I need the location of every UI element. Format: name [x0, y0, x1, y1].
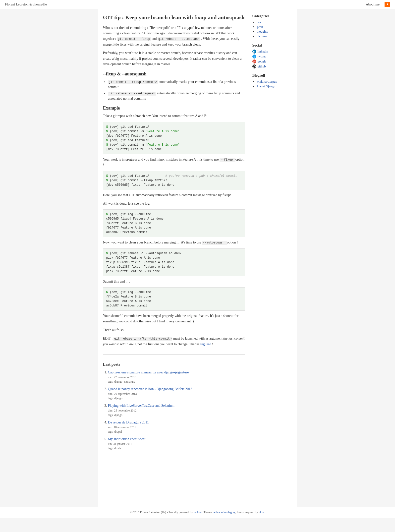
- social-title: Social: [252, 43, 292, 48]
- linkedin-link[interactable]: linkedin: [258, 50, 268, 54]
- post-tags: tags: drush: [108, 446, 245, 451]
- last-post-item: Quand le poney rencontre le lion - Djang…: [108, 386, 245, 401]
- now-text: Now, you want to clean your branch befor…: [103, 240, 245, 245]
- blogroll-title: Blogroll: [252, 73, 292, 78]
- category-item: geek: [257, 25, 292, 29]
- twitter-icon: t: [252, 55, 256, 59]
- category-link[interactable]: pictures: [257, 34, 267, 38]
- inline-autosquash: --autosquash: [202, 241, 227, 245]
- categories-title: Categories: [252, 14, 292, 18]
- post-date: lun. 31 janvier 2011: [108, 442, 245, 446]
- post-tags: tags: django-jsignature: [108, 379, 245, 384]
- rss-button[interactable]: ★: [385, 2, 390, 7]
- bullet-2: git rebase -i --autosquash automatically…: [108, 91, 245, 101]
- code-block-4: $ (dev) git rebase -i --autosquash ac5db…: [103, 248, 245, 276]
- example-intro: Take a git repos with a branch dev. You …: [103, 113, 245, 119]
- bullet-1: git commit --fixup <commit> automaticall…: [108, 79, 245, 90]
- work-progress-text: Your work is in progress and you find mi…: [103, 157, 245, 168]
- blogroll-link[interactable]: Planet Django: [257, 84, 275, 88]
- code-block-2: $ (dev) git add featureA # you've remove…: [103, 171, 245, 190]
- vkm-link[interactable]: vkm: [259, 511, 264, 514]
- social-item-linkedin: inlinkedin: [252, 50, 292, 54]
- google-link[interactable]: google: [258, 59, 266, 63]
- github-link[interactable]: github: [258, 64, 266, 68]
- twitter-link[interactable]: twitter: [258, 55, 266, 59]
- post-title-link[interactable]: Capturez une signature manuscrite avec d…: [108, 370, 189, 374]
- blogroll-item: Makina Corpus: [257, 80, 292, 84]
- footer: © 2013 Florent Lebreton (fle) - Proudly …: [0, 507, 395, 518]
- post-date: mer. 27 novembre 2013: [108, 375, 245, 379]
- last-post-item: My short drush cheat sheetlun. 31 janvie…: [108, 436, 245, 451]
- here-text: Here, you see that GIT automatically ret…: [103, 192, 245, 198]
- category-link[interactable]: geek: [257, 25, 263, 29]
- article-intro: Who is not tired of committing a "Remove…: [103, 25, 245, 48]
- last-post-item: De retour de Drupagora 2011ven. 18 novem…: [108, 420, 245, 434]
- category-link[interactable]: thoughts: [257, 30, 268, 33]
- categories-section: Categories devgeekthoughtspictures: [252, 14, 292, 38]
- folks-text: That's all folks !: [103, 327, 245, 333]
- article-title: GIT tip : Keep your branch clean with fi…: [103, 14, 245, 21]
- post-title-link[interactable]: My short drush cheat sheet: [108, 437, 146, 441]
- bullet1-code: git commit --fixup <commit>: [108, 80, 158, 84]
- linkedin-icon: in: [252, 50, 256, 54]
- article-divider: [103, 355, 245, 355]
- post-tags: tags: django: [108, 396, 245, 401]
- inline-fixup: --fixup: [220, 158, 235, 162]
- submit-text: Submit this and ... :: [103, 279, 245, 284]
- category-item: pictures: [257, 34, 292, 38]
- pelican-link[interactable]: pelican: [194, 511, 202, 514]
- section-example-title: Example: [103, 106, 245, 111]
- category-link[interactable]: dev: [257, 20, 262, 24]
- nav-about[interactable]: About me: [366, 2, 380, 6]
- post-title-link[interactable]: De retour de Drupagora 2011: [108, 420, 149, 424]
- code-block-1: $ (dev) git add featureA $ (dev) git com…: [103, 122, 245, 154]
- blogroll-section: Blogroll Makina CorpusPlanet Django: [252, 73, 292, 88]
- edit-text: EDIT : git rebase i <after-this-commit> …: [103, 336, 245, 347]
- rss-icon: ★: [386, 2, 389, 6]
- post-tags: tags: django: [108, 413, 245, 417]
- category-item: thoughts: [257, 30, 292, 34]
- theme-link[interactable]: pelican-simplegrey: [213, 511, 235, 514]
- article-p2: Preferably, you won't use it in a stable…: [103, 50, 245, 67]
- code-block-3: $ (dev) git log --oneline c5069d5 fixup!…: [103, 209, 245, 237]
- post-date: dim. 25 novembre 2012: [108, 408, 245, 413]
- last-post-item: Capturez une signature manuscrite avec d…: [108, 370, 245, 384]
- google-icon: g+: [252, 59, 256, 63]
- regilero-link[interactable]: regilero: [200, 342, 211, 346]
- blogroll-link[interactable]: Makina Corpus: [257, 80, 277, 83]
- post-date: ven. 18 novembre 2011: [108, 425, 245, 429]
- social-item-twitter: ttwitter: [252, 55, 292, 59]
- last-post-item: Playing with LiveServerTestCase and Sele…: [108, 403, 245, 417]
- post-tags: tags: drupal: [108, 429, 245, 434]
- social-item-google: g+google: [252, 59, 292, 63]
- nav-title: Florent Lebreton @ /home/fle: [5, 2, 366, 6]
- code-block-5: $ (dev) git log --oneline ff4de2a Featur…: [103, 287, 245, 311]
- github-icon: ◯: [252, 64, 256, 68]
- blogroll-item: Planet Django: [257, 84, 292, 88]
- section-fixup-title: --fixup & --autosquash: [103, 71, 245, 77]
- inline-code-autosquash: git rebase --autosquash: [158, 37, 200, 41]
- last-posts-title: Last posts: [103, 362, 245, 367]
- footer-text: © 2013 Florent Lebreton (fle) - Proudly …: [130, 511, 265, 514]
- post-date: dim. 29 septembre 2013: [108, 392, 245, 396]
- shameful-text: Your shameful commit have been merged pr…: [103, 313, 245, 324]
- category-item: dev: [257, 20, 292, 24]
- post-title-link[interactable]: Playing with LiveServerTestCase and Sele…: [108, 404, 174, 408]
- all-work-text: All work is done, let's see the log:: [103, 201, 245, 206]
- social-section: Social inlinkedinttwitterg+google◯github: [252, 43, 292, 68]
- bullet2-code: git rebase -i --autosquash: [108, 92, 156, 96]
- edit-code: git rebase i <after-this-commit>: [113, 337, 172, 341]
- inline-code-fixup: git commit --fixup: [117, 37, 151, 41]
- post-title-link[interactable]: Quand le poney rencontre le lion - Djang…: [108, 387, 192, 391]
- social-item-github: ◯github: [252, 64, 292, 68]
